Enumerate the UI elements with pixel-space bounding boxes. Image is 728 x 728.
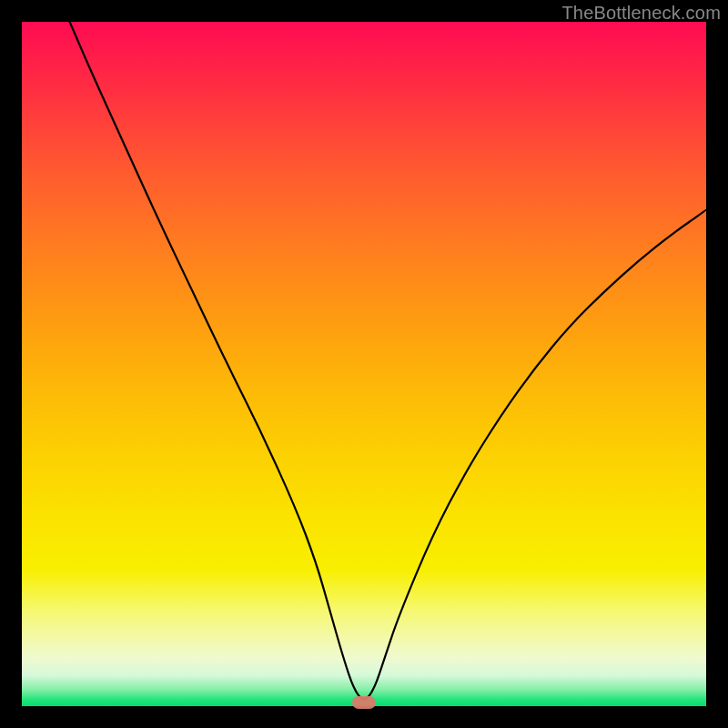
chart-frame: TheBottleneck.com: [0, 0, 728, 728]
bottleneck-curve: [22, 22, 706, 706]
watermark-text: TheBottleneck.com: [561, 3, 721, 24]
optimal-marker: [352, 696, 376, 709]
plot-area: [22, 22, 706, 706]
